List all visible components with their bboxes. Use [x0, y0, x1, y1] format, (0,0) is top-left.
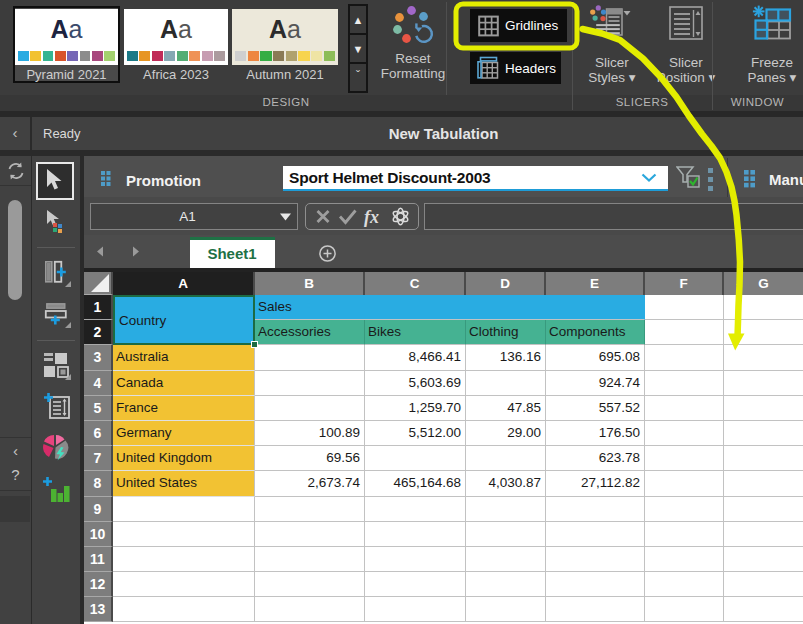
svg-text:fx: fx	[364, 207, 379, 227]
